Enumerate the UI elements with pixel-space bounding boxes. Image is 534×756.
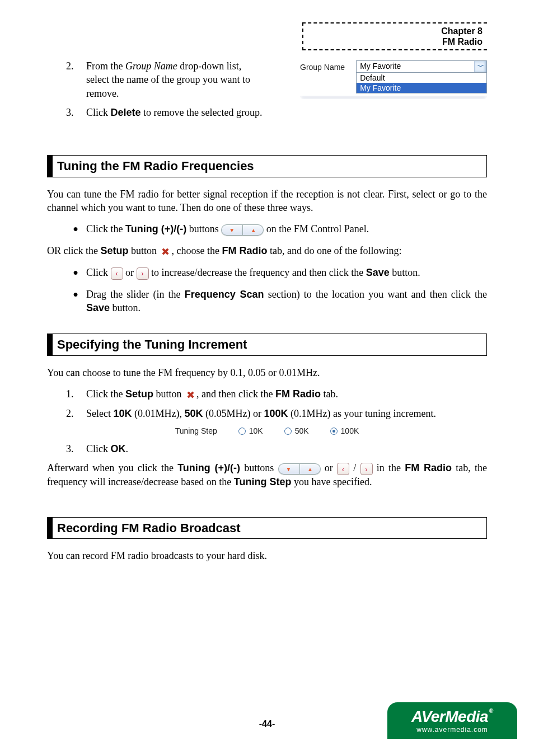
step-number: 2. bbox=[47, 59, 86, 100]
bullet-icon: ● bbox=[47, 222, 86, 236]
step-number: 1. bbox=[47, 387, 86, 401]
group-name-dropdown[interactable]: My Favorite ﹀ bbox=[356, 60, 487, 73]
step-text: From the Group Name drop-down list, sele… bbox=[86, 59, 260, 100]
bullet-arrow-buttons: ● Click ‹ or › to increase/decrease the … bbox=[47, 266, 487, 280]
section2-intro: You can choose to tune the FM frequency … bbox=[47, 366, 487, 379]
tuning-step-radio-group: Tuning Step 10K 50K 100K bbox=[47, 426, 487, 436]
arrow-left-icon: ‹ bbox=[111, 267, 123, 280]
section2-step3: 3. Click OK. bbox=[47, 442, 487, 456]
section2-step2: 2. Select 10K (0.01MHz), 50K (0.05MHz) o… bbox=[47, 407, 487, 420]
group-name-label: Group Name bbox=[300, 60, 345, 72]
bullet-slider: ● Drag the slider (in the Frequency Scan… bbox=[47, 288, 487, 315]
radio-10k[interactable]: 10K bbox=[238, 426, 263, 436]
section3-intro: You can record FM radio broadcasts to yo… bbox=[47, 549, 487, 562]
bullet-tuning-buttons: ● Click the Tuning (+)/(-) buttons ▼▲ on… bbox=[47, 222, 487, 236]
step-number: 2. bbox=[47, 407, 86, 420]
chapter-line2: FM Radio bbox=[308, 36, 483, 47]
step-text: Click Delete to remove the selected grou… bbox=[86, 106, 487, 119]
section-heading-increment: Specifying the Tuning Increment bbox=[47, 334, 487, 356]
setup-icon: ✖ bbox=[184, 389, 196, 401]
step-3: 3. Click Delete to remove the selected g… bbox=[47, 106, 487, 119]
section1-intro: You can tune the FM radio for better sig… bbox=[47, 187, 487, 215]
arrow-right-icon: › bbox=[360, 463, 373, 475]
chapter-line1: Chapter 8 bbox=[308, 26, 483, 36]
group-name-options: Default My Favorite bbox=[356, 73, 487, 93]
avermedia-logo: AVerMedia® www.avermedia.com bbox=[387, 702, 517, 739]
tuning-up-down-icon: ▼▲ bbox=[221, 224, 264, 236]
section-heading-recording: Recording FM Radio Broadcast bbox=[47, 517, 487, 539]
step-number: 3. bbox=[47, 106, 86, 119]
setup-icon: ✖ bbox=[160, 246, 172, 258]
bullet-icon: ● bbox=[47, 266, 86, 280]
section2-after: Afterward when you click the Tuning (+)/… bbox=[47, 461, 487, 489]
widget-decor bbox=[300, 96, 487, 99]
group-name-option[interactable]: My Favorite bbox=[357, 83, 486, 93]
chapter-header: Chapter 8 FM Radio bbox=[302, 22, 487, 50]
logo-url: www.avermedia.com bbox=[416, 726, 488, 734]
bullet-icon: ● bbox=[47, 288, 86, 315]
group-name-selected: My Favorite bbox=[357, 61, 474, 72]
section2-step1: 1. Click the Setup button ✖, and then cl… bbox=[47, 387, 487, 401]
group-name-widget: Group Name My Favorite ﹀ Default My Favo… bbox=[300, 60, 487, 99]
tuning-up-down-icon: ▼▲ bbox=[278, 463, 321, 475]
tuning-step-label: Tuning Step bbox=[175, 426, 217, 436]
logo-text: AVerMedia® bbox=[411, 708, 493, 726]
group-name-option[interactable]: Default bbox=[357, 73, 486, 83]
step-number: 3. bbox=[47, 442, 86, 456]
section-heading-tuning: Tuning the FM Radio Frequencies bbox=[47, 155, 487, 177]
arrow-left-icon: ‹ bbox=[337, 463, 349, 475]
section1-or-line: OR click the Setup button ✖, choose the … bbox=[47, 244, 487, 258]
chevron-down-icon[interactable]: ﹀ bbox=[474, 61, 486, 72]
radio-100k[interactable]: 100K bbox=[330, 426, 359, 436]
arrow-right-icon: › bbox=[137, 267, 149, 280]
radio-50k[interactable]: 50K bbox=[284, 426, 309, 436]
